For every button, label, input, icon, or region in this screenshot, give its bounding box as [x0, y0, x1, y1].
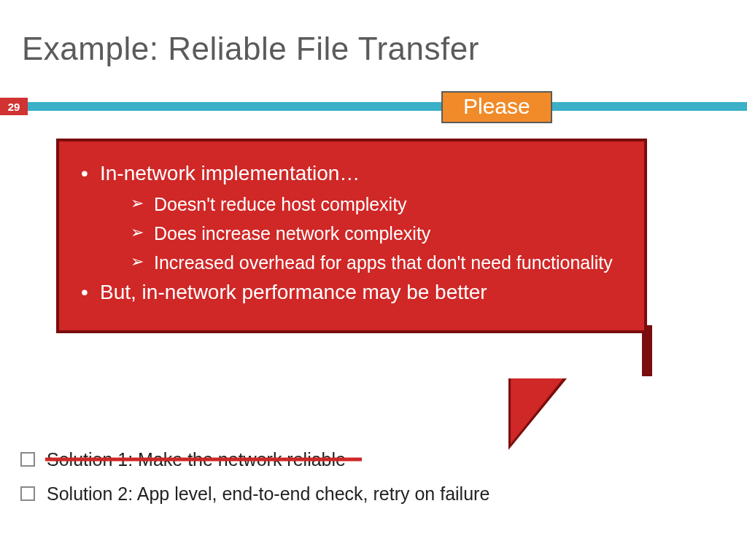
solutions-list: Solution 1: Make the network reliable So…	[20, 448, 725, 516]
sub-bullet: Doesn't reduce host complexity	[131, 192, 622, 217]
speech-tail	[511, 378, 563, 444]
strikethrough-line	[45, 458, 362, 462]
sub-bullet: Increased overhead for apps that don't n…	[131, 251, 622, 276]
sub-bullets: Doesn't reduce host complexity Does incr…	[131, 192, 622, 275]
divider-bar	[0, 102, 747, 111]
bullet-main-2: But, in-network performance may be bette…	[94, 281, 622, 304]
callout-bubble: In-network implementation… Doesn't reduc…	[56, 139, 647, 333]
bullet-main-1: In-network implementation…	[94, 162, 622, 185]
solution-1: Solution 1: Make the network reliable	[20, 448, 725, 472]
please-tag: Please	[441, 91, 552, 123]
slide-title: Example: Reliable File Transfer	[22, 31, 479, 67]
solution-1-text: Solution 1: Make the network reliable	[47, 448, 346, 472]
solution-2: Solution 2: App level, end-to-end check,…	[20, 482, 725, 506]
page-number-badge: 29	[0, 98, 28, 115]
sub-bullet: Does increase network complexity	[131, 222, 622, 246]
